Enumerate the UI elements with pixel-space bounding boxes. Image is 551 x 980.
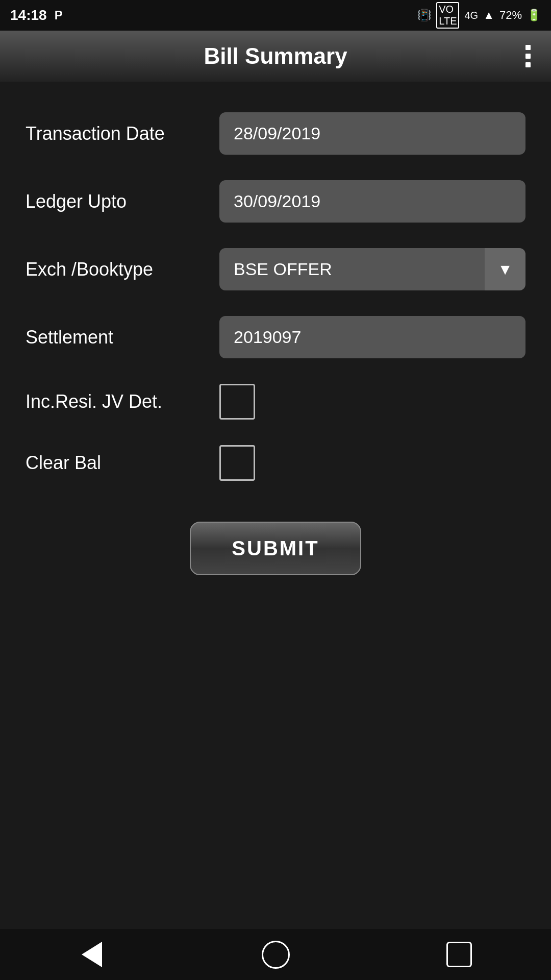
- page-title: Bill Summary: [204, 43, 347, 69]
- inc-resi-jv-det-label: Inc.Resi. JV Det.: [26, 391, 219, 412]
- exch-booktype-label: Exch /Booktype: [26, 259, 219, 280]
- toolbar: Bill Summary: [0, 31, 551, 82]
- chevron-down-icon[interactable]: ▼: [485, 248, 525, 290]
- more-options-button[interactable]: [520, 40, 536, 72]
- battery-icon: 🔋: [527, 9, 541, 22]
- menu-dot-1: [525, 45, 531, 50]
- signal-icon: ▲: [483, 9, 494, 22]
- menu-dot-2: [525, 54, 531, 59]
- inc-resi-jv-det-row: Inc.Resi. JV Det.: [26, 384, 525, 420]
- exch-booktype-dropdown[interactable]: BSE OFFER ▼: [219, 248, 525, 290]
- home-button[interactable]: [260, 939, 291, 970]
- battery-level: 72%: [499, 9, 522, 22]
- status-right: 📳 VOLTE 4G ▲ 72% 🔋: [417, 2, 541, 29]
- network-4g-icon: 4G: [464, 10, 478, 21]
- back-icon: [82, 942, 102, 967]
- status-time: 14:18: [10, 7, 47, 23]
- submit-section: SUBMIT: [26, 522, 525, 575]
- transaction-date-input[interactable]: [219, 112, 525, 155]
- settlement-label: Settlement: [26, 327, 219, 348]
- recents-button[interactable]: [444, 939, 474, 970]
- volte-icon: VOLTE: [436, 2, 459, 29]
- clear-bal-label: Clear Bal: [26, 452, 219, 474]
- clear-bal-row: Clear Bal: [26, 445, 525, 481]
- transaction-date-label: Transaction Date: [26, 123, 219, 144]
- ledger-upto-label: Ledger Upto: [26, 191, 219, 212]
- menu-dot-3: [525, 62, 531, 67]
- settlement-input[interactable]: [219, 316, 525, 358]
- back-button[interactable]: [77, 939, 107, 970]
- home-icon: [262, 941, 290, 969]
- inc-resi-jv-det-checkbox[interactable]: [219, 384, 255, 420]
- exch-booktype-row: Exch /Booktype BSE OFFER ▼: [26, 248, 525, 290]
- main-content: Transaction Date Ledger Upto Exch /Bookt…: [0, 82, 551, 596]
- exch-booktype-value: BSE OFFER: [219, 248, 485, 290]
- ledger-upto-input[interactable]: [219, 180, 525, 223]
- settlement-row: Settlement: [26, 316, 525, 358]
- bottom-nav: [0, 929, 551, 980]
- status-left: 14:18 P: [10, 7, 63, 23]
- submit-button[interactable]: SUBMIT: [190, 522, 361, 575]
- recents-icon: [446, 942, 472, 967]
- vibrate-icon: 📳: [417, 9, 431, 22]
- clear-bal-checkbox[interactable]: [219, 445, 255, 481]
- ledger-upto-row: Ledger Upto: [26, 180, 525, 223]
- status-carrier: P: [55, 8, 63, 22]
- status-bar: 14:18 P 📳 VOLTE 4G ▲ 72% 🔋: [0, 0, 551, 31]
- transaction-date-row: Transaction Date: [26, 112, 525, 155]
